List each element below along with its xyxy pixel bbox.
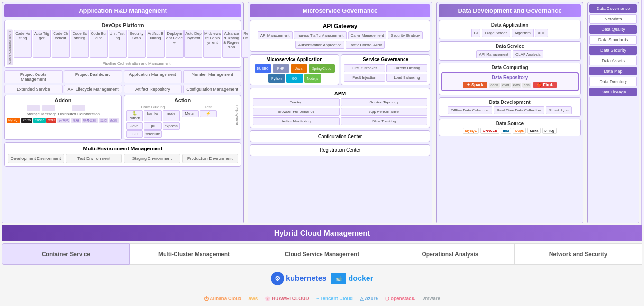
- lang-go: GO: [286, 74, 303, 83]
- source-binlog: binlog: [542, 128, 557, 134]
- sg-circuit-breaker: Circuit Breaker: [344, 64, 385, 72]
- col1-header: Application R&D Management: [4, 4, 241, 17]
- k8s-icon: ⚙: [271, 272, 284, 285]
- cloud-providers: ⏻ Alibaba Cloud aws 🌸 HUAWEI CLOUD ~ Ten…: [0, 290, 644, 306]
- data-dev-title: Data Development: [441, 100, 579, 105]
- test-grid: Meter ⚡: [182, 110, 235, 117]
- stage-auto-deployment: Auto Deployment: [184, 30, 202, 58]
- build-java: Java: [126, 122, 143, 130]
- lang-dubbo: DUBBO: [255, 64, 271, 73]
- mgmt-project-quota: Project Quota Management: [4, 70, 63, 83]
- content-area: Application R&D Management DevOps Platfo…: [0, 0, 644, 306]
- data-service-olap: OLAP Analysis: [513, 50, 543, 58]
- env-prod: Production Environment: [182, 154, 239, 163]
- ms-app-sg-row: Microservice Application DUBBO PHP Java …: [250, 54, 430, 85]
- mgmt-member-mgmt: Member Management: [183, 70, 241, 83]
- col-right-panel: Data Governance Metadata Data Quality Da…: [587, 2, 639, 223]
- config-center-box: Configuration Center: [250, 130, 430, 142]
- build-selenium: selenium: [144, 130, 162, 138]
- tab-multi-cluster[interactable]: Multi-Cluster Management: [130, 243, 258, 265]
- mgmt-config-mgmt: Configuration Management: [183, 85, 241, 93]
- rp-data-map: Data Map: [589, 67, 637, 75]
- cc-rc-col: Configuration Center Registration Center: [250, 130, 430, 156]
- apm-service-topology: Service Topology: [341, 98, 428, 106]
- tab-operational[interactable]: Operational Analysis: [386, 243, 514, 265]
- lang-python: Python: [268, 74, 285, 83]
- stage-artifact-building: Artifact Building: [147, 30, 165, 58]
- stage-unit-testing: Unit Testing: [109, 30, 127, 58]
- stage-security-scan: Security Scan: [128, 30, 146, 58]
- monitor-label: 监控: [99, 118, 108, 123]
- devops-inner: Code Collaboration Code Hosting Auto Tri…: [7, 30, 239, 65]
- docker-logo: 🐋 docker: [331, 273, 373, 284]
- code-building-grid: 🐍 Python kaniko node Java jili express G…: [126, 110, 180, 138]
- data-dev-offline: Offline Data Collection: [448, 106, 492, 114]
- build-node: node: [163, 110, 179, 121]
- data-app-large-screen: Large Screen: [482, 29, 510, 37]
- apm-tracing: Tracing: [253, 98, 340, 106]
- stage-deployment-review: Deployment Review: [166, 30, 184, 58]
- addon-box: Addon Storage Message: [4, 95, 122, 140]
- env-test: Test Environment: [66, 154, 122, 163]
- col-oam: O&M Monitoring Custom Alarm Custom Dashb…: [641, 0, 644, 225]
- tab-network-security[interactable]: Network and Security: [514, 243, 642, 265]
- tab-multi-cluster-label: Multi-Cluster Management: [158, 251, 230, 258]
- ms-app-box: Microservice Application DUBBO PHP Java …: [250, 54, 339, 85]
- code-building-label: Code Building: [126, 105, 180, 109]
- right-panel-items: Data Governance Metadata Data Quality Da…: [589, 4, 637, 96]
- stage-code-scanning: Code Scanning: [71, 30, 89, 58]
- stage-advanced-testing: Advanced Testing & Regression: [222, 30, 240, 58]
- cloud-vmware: vmware: [423, 296, 440, 301]
- apm-slow-tracking: Slow Tracking: [341, 117, 428, 125]
- multi-env-title: Multi-Environment Management: [8, 146, 238, 151]
- action-cols: Code Building 🐍 Python kaniko node Java …: [126, 105, 235, 138]
- cloud-alibaba: ⏻ Alibaba Cloud: [204, 296, 242, 301]
- tab-cloud-service[interactable]: Cloud Service Management: [258, 243, 386, 265]
- apm-box: APM Tracing Service Topology Browser Per…: [250, 88, 430, 128]
- redis-logo: redis: [46, 118, 56, 123]
- mgmt-row1: Project Quota Management Project Dashboa…: [4, 70, 241, 83]
- multi-env-box: Multi-Environment Management Development…: [4, 142, 241, 167]
- register-label: 注册: [71, 118, 81, 123]
- apm-active-monitoring: Active Monitoring: [253, 117, 340, 125]
- test-section: Test Meter ⚡: [182, 105, 235, 138]
- addon-message: Message: [41, 105, 56, 116]
- cloud-azure: △ Azure: [360, 296, 378, 301]
- data-source-section: Data Source MySQL ORACLE IBM Odps kafka …: [439, 119, 581, 136]
- addon-distributed-label: Distributed Collaboration: [58, 112, 100, 116]
- apigw-ingress: Ingress Traffic Management: [294, 31, 347, 39]
- sg-grid: Circuit Breaker Current Limiting Fault I…: [344, 64, 427, 82]
- rp-data-directory: Data Directory: [589, 77, 637, 86]
- data-computing-section: Data Computing Data Repository ✦ Spark o…: [439, 63, 581, 95]
- tab-cloud-service-label: Cloud Service Management: [285, 251, 359, 258]
- code-building-section: Code Building 🐍 Python kaniko node Java …: [126, 105, 180, 138]
- sg-title: Service Governance: [344, 57, 427, 62]
- spark-logo: ✦ Spark: [463, 82, 488, 88]
- sg-load-balancing: Load Balancing: [386, 74, 428, 82]
- source-oracle: ORACLE: [480, 128, 499, 134]
- apm-grid: Tracing Service Topology Browser Perform…: [253, 98, 427, 125]
- data-app-xdp: XDP: [535, 29, 548, 37]
- action-sections: Code Building 🐍 Python kaniko node Java …: [126, 105, 235, 138]
- rp-data-assets: Data Assets: [589, 56, 637, 65]
- hybrid-cloud-bar: Hybrid Cloud Management: [2, 225, 642, 241]
- data-app-algorithm: Algorithm: [512, 29, 534, 37]
- action-box: Action Code Building 🐍 Python kaniko: [124, 95, 241, 140]
- cloud-aws: aws: [248, 296, 258, 301]
- addon-action-row: Addon Storage Message: [4, 95, 241, 140]
- data-sub-items: ocds dwd dws ads: [489, 83, 531, 88]
- source-odps: Odps: [513, 128, 526, 134]
- source-logos: MySQL ORACLE IBM Odps kafka binlog: [441, 128, 579, 134]
- tab-container-service[interactable]: Container Service: [2, 243, 130, 265]
- pipeline-wrapper: Code Hosting Auto Trigger Code Checkout …: [14, 30, 259, 65]
- spark-flink-row: ✦ Spark ocds dwd dws ads 🍎 Flink: [444, 82, 576, 88]
- apigw-auth: Authentication Application: [295, 41, 345, 49]
- api-gateway-box: API Gateway API Management Ingress Traff…: [250, 20, 430, 52]
- rp-data-governance: Data Governance: [589, 4, 637, 13]
- rp-data-security: Data Security: [589, 46, 637, 55]
- addon-message-label: Message: [41, 112, 56, 116]
- col-microservice: Microservice Governance API Gateway API …: [248, 2, 432, 223]
- bottom-tabs: Container Service Multi-Cluster Manageme…: [2, 243, 642, 265]
- pipeline-stages: Code Hosting Auto Trigger Code Checkout …: [14, 30, 259, 58]
- message-icon: [42, 105, 55, 111]
